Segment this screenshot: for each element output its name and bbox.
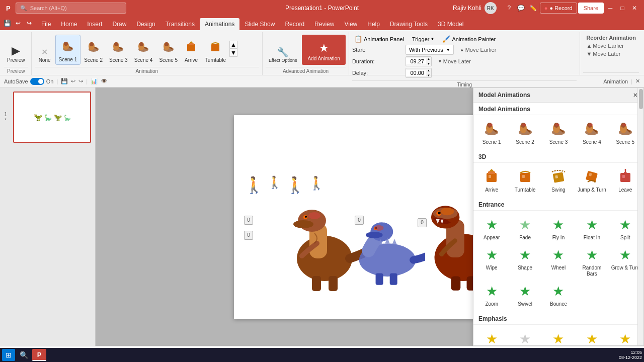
anim-item-random-bars[interactable]: ★ Random Bars (576, 244, 608, 279)
effect-options-button[interactable]: 🔧 Effect Options (266, 45, 300, 65)
view-icon[interactable]: 👁️ (101, 78, 108, 84)
delay-down[interactable]: ▼ (426, 73, 431, 78)
scene5-anim-button[interactable]: Scene 5 (156, 35, 181, 65)
tab-transitions[interactable]: Transitions (160, 18, 200, 30)
tab-home[interactable]: Home (56, 18, 82, 30)
share-button[interactable]: Share (578, 3, 604, 14)
tab-draw[interactable]: Draw (107, 18, 131, 30)
anim-item-appear[interactable]: ★ Appear (475, 214, 508, 243)
tab-animations[interactable]: Animations (200, 18, 239, 30)
scene4-anim-button[interactable]: Scene 4 (131, 35, 156, 65)
close-button[interactable]: ✕ (629, 3, 640, 14)
search-bar[interactable]: 🔍 Search (Alt+Q) (16, 3, 126, 14)
scene3-anim-button[interactable]: Scene 3 (106, 35, 131, 65)
anim-item-turntable[interactable]: Turntable (509, 166, 541, 195)
effect-options-icon: 🔧 (277, 48, 288, 57)
minimize-button[interactable]: ─ (605, 3, 616, 14)
anim-item-shape[interactable]: ★ Shape (509, 244, 541, 279)
anim-item-scene5[interactable]: Scene 5 (609, 118, 641, 147)
anim-item-float-in[interactable]: ★ Float In (576, 214, 608, 243)
anim-item-zoom[interactable]: ★ Zoom (475, 280, 508, 309)
move-earlier-btn2[interactable]: ▲ Move Earlier (583, 42, 627, 49)
anim-item-pulse[interactable]: ★ Pulse (475, 328, 508, 345)
anim-item-spin[interactable]: ★ Spin (576, 328, 608, 345)
anim-item-fly-in[interactable]: ★ Fly In (542, 214, 575, 243)
close-panel-icon[interactable]: ✕ (635, 78, 640, 84)
anim-item-scene2[interactable]: Scene 2 (509, 118, 541, 147)
anim-item-swing[interactable]: Swing (542, 166, 575, 195)
move-earlier-button[interactable]: ▲ Move Earlier (457, 46, 500, 53)
anim-item-wheel[interactable]: ★ Wheel (542, 244, 575, 279)
svg-rect-84 (553, 172, 565, 183)
anim-item-fade[interactable]: ★ Fade (509, 214, 541, 243)
scene2-anim-button[interactable]: Scene 2 (81, 35, 106, 65)
feedback-icon[interactable]: ✏️ (528, 3, 539, 14)
turntable-anim-button[interactable]: Turntable (202, 35, 229, 65)
windows-start-button[interactable]: ⊞ (2, 349, 15, 361)
tab-help[interactable]: Help (362, 18, 385, 30)
anim-item-scene4[interactable]: Scene 4 (576, 118, 608, 147)
anim-strip-scroll-down[interactable]: ▼ (229, 49, 237, 57)
scene1-anim-button[interactable]: Scene 1 (55, 35, 81, 65)
anim-item-jump-turn[interactable]: Jump & Turn (576, 166, 608, 195)
maximize-button[interactable]: □ (617, 3, 628, 14)
slide-thumbnail-1[interactable]: 🦖 🦕 🦖 🦕 (13, 92, 91, 143)
anim-item-scene1[interactable]: Scene 1 (475, 118, 508, 147)
tab-record[interactable]: Record (280, 18, 309, 30)
record-button[interactable]: ● ● Record (540, 3, 577, 14)
arrive-anim-button[interactable]: Arrive (181, 35, 201, 65)
none-anim-button[interactable]: ✕ None (35, 35, 55, 65)
move-later-btn2[interactable]: ▼ Move Later (583, 50, 623, 57)
undo-quick-btn[interactable]: ↩ (13, 18, 23, 28)
trigger-dropdown[interactable]: Trigger ▼ (409, 36, 437, 43)
tab-3d-model[interactable]: 3D Model (433, 18, 468, 30)
tab-drawing-tools[interactable]: Drawing Tools (385, 18, 433, 30)
duration-down[interactable]: ▼ (426, 61, 431, 66)
autosave-switch[interactable] (30, 78, 44, 85)
anim-panel-scroll[interactable]: Model Animations (473, 103, 643, 345)
tab-review[interactable]: Review (309, 18, 339, 30)
tab-design[interactable]: Design (131, 18, 160, 30)
duration-up[interactable]: ▲ (426, 56, 431, 61)
save-icon[interactable]: 💾 (61, 78, 68, 84)
tab-view[interactable]: View (339, 18, 362, 30)
tab-slide-show[interactable]: Slide Show (239, 18, 280, 30)
taskbar-search-button[interactable]: 🔍 (17, 349, 30, 361)
animation-panel-button[interactable]: 📋 Animation Panel (352, 34, 406, 44)
tab-insert[interactable]: Insert (82, 18, 107, 30)
duration-value[interactable]: 09.27 (406, 58, 426, 64)
move-later-button[interactable]: ▼ Move Later (435, 58, 474, 65)
anim-item-leave[interactable]: Leave (609, 166, 641, 195)
animation-painter-button[interactable]: 🖌️ Animation Painter (440, 34, 498, 44)
preview-button[interactable]: ▶ Preview (4, 35, 28, 65)
help-icon[interactable]: ? (504, 3, 515, 14)
scrollbar-thumb[interactable] (639, 89, 643, 109)
anim-item-teeter[interactable]: ★ Teeter (542, 328, 575, 345)
delay-value[interactable]: 00.00 (406, 70, 426, 76)
start-dropdown[interactable]: With Previous ▼ (406, 45, 454, 55)
taskbar-powerpoint-button[interactable]: P (32, 349, 46, 361)
delay-input[interactable]: 00.00 ▲ ▼ (406, 68, 432, 78)
delay-up[interactable]: ▲ (426, 68, 431, 73)
anim-item-grow-shrink[interactable]: ★ Grow/Shrink (609, 328, 641, 345)
anim-item-grow-turn[interactable]: ★ Grow & Turn (609, 244, 641, 279)
redo-quick-btn[interactable]: ↪ (24, 18, 34, 28)
save-quick-btn[interactable]: 💾 (2, 18, 12, 28)
present-icon[interactable]: 📊 (91, 78, 98, 84)
anim-strip-scroll-up[interactable]: ▲ (229, 41, 237, 49)
anim-item-split[interactable]: ★ Split (609, 214, 641, 243)
panel-scrollbar[interactable] (637, 88, 643, 345)
anim-item-scene3[interactable]: Scene 3 (542, 118, 575, 147)
redo-icon[interactable]: ↪ (78, 78, 83, 84)
undo-icon[interactable]: ↩ (71, 78, 75, 84)
anim-item-swivel[interactable]: ★ Swivel (509, 280, 541, 309)
duration-input[interactable]: 09.27 ▲ ▼ (406, 56, 432, 66)
comments-icon[interactable]: 💬 (516, 3, 527, 14)
add-animation-button[interactable]: ★ Add Animation (302, 35, 346, 65)
dino-group-left[interactable]: 🚶🚶🚶🚶 (244, 175, 325, 195)
anim-item-arrive[interactable]: Arrive (475, 166, 508, 195)
anim-item-bounce[interactable]: ★ Bounce (542, 280, 575, 309)
anim-item-color-pulse[interactable]: ★ Color Pulse (509, 328, 541, 345)
tab-file[interactable]: File (36, 18, 56, 30)
anim-item-wipe[interactable]: ★ Wipe (475, 244, 508, 279)
